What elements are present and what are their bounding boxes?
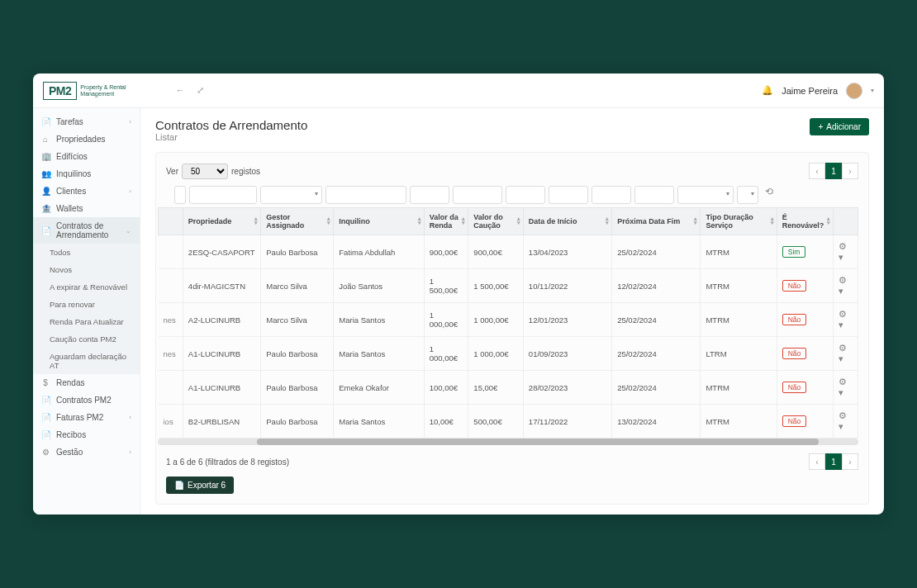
filter-tipo[interactable] [677, 186, 734, 204]
filter-gestor[interactable] [260, 186, 322, 204]
filter-renov[interactable] [737, 186, 758, 204]
cell: 17/11/2022 [523, 405, 611, 439]
nav-icon: 🏦 [41, 204, 50, 213]
avatar[interactable] [846, 83, 862, 99]
cell: 4dir-MAGICSTN [183, 269, 260, 303]
export-button[interactable]: 📄 Exportar 6 [166, 477, 234, 494]
cell[interactable]: ⚙ ▾ [833, 235, 858, 269]
sidebar-item-0[interactable]: 📄Tarefas› [33, 113, 140, 130]
cell [159, 269, 183, 303]
col-4[interactable]: Valor do Caução▴▾ [468, 208, 524, 235]
filter-propriedade[interactable] [189, 186, 257, 204]
table-row: nesA1-LUCINURBPaulo BarbosaMaria Santos1… [159, 337, 858, 371]
filter-inicio-to[interactable] [549, 186, 588, 204]
cell: 1 500,00€ [424, 269, 468, 303]
filter-renda[interactable] [410, 186, 449, 204]
sort-icon: ▴▾ [254, 217, 258, 225]
nav-icon: 👥 [41, 169, 50, 178]
sidebar-item-5[interactable]: 🏦Wallets [33, 200, 140, 217]
sidebar-item-11[interactable]: ⚙Gestão› [33, 443, 140, 461]
cell[interactable]: ⚙ ▾ [833, 269, 858, 303]
cell: 25/02/2024 [612, 235, 701, 269]
chevron-icon: › [129, 414, 131, 421]
user-caret-icon[interactable]: ▾ [871, 87, 874, 94]
sub-item-6[interactable]: Aguardam declaração AT [33, 348, 140, 374]
cell[interactable]: ⚙ ▾ [833, 337, 858, 371]
page-1[interactable]: 1 [825, 163, 842, 179]
sort-icon: ▴▾ [327, 217, 330, 225]
page-size-select[interactable]: 50 [182, 164, 228, 179]
sub-item-0[interactable]: Todos [33, 244, 140, 261]
sub-item-4[interactable]: Renda Para Atualizar [33, 313, 140, 330]
nav-label: Clientes [56, 187, 86, 196]
cell: 900,00€ [424, 235, 468, 269]
col-8[interactable]: É Renovável?▴▾ [777, 208, 833, 235]
controls-bottom: 1 a 6 de 6 (filtrados de 8 registos) ‹ 1… [166, 453, 858, 470]
col-1[interactable]: Gestor Assignado▴▾ [261, 208, 334, 235]
filter-fim-from[interactable] [592, 186, 631, 204]
cell: ios [159, 405, 183, 439]
sidebar: 📄Tarefas›⌂Propriedades🏢Edifícios👥Inquili… [33, 108, 140, 514]
user-name[interactable]: Jaime Pereira [782, 86, 838, 96]
cell: 500,00€ [468, 405, 524, 439]
filter-inquilino[interactable] [325, 186, 406, 204]
bell-icon[interactable]: 🔔 [762, 85, 773, 96]
col-6[interactable]: Próxima Data Fim▴▾ [612, 208, 701, 235]
nav-label: Recibos [56, 430, 86, 439]
col-2[interactable]: Inquilino▴▾ [334, 208, 424, 235]
row-actions[interactable]: ⚙ ▾ [839, 309, 847, 330]
cell: B2-URBLISAN [183, 405, 260, 439]
cell [159, 371, 183, 405]
sub-item-3[interactable]: Para renovar [33, 296, 140, 313]
col-actions [833, 208, 858, 235]
row-actions[interactable]: ⚙ ▾ [839, 410, 847, 431]
add-button[interactable]: + Adicionar [810, 118, 869, 135]
col-0[interactable]: Propriedade▴▾ [183, 208, 260, 235]
sort-icon: ▴▾ [606, 217, 609, 225]
nav-label: Wallets [56, 204, 83, 213]
renov-badge: Não [782, 382, 807, 393]
sidebar-item-10[interactable]: 📄Recibos [33, 426, 140, 443]
sidebar-item-9[interactable]: 📄Faturas PM2› [33, 409, 140, 426]
cell: Paulo Barbosa [261, 337, 334, 371]
col-3[interactable]: Valor da Renda▴▾ [424, 208, 468, 235]
sub-item-5[interactable]: Caução conta PM2 [33, 330, 140, 348]
col-5[interactable]: Data de Início▴▾ [523, 208, 611, 235]
row-actions[interactable]: ⚙ ▾ [839, 275, 847, 296]
expand-icon[interactable]: ⤢ [197, 85, 204, 96]
prev-page-b[interactable]: ‹ [809, 453, 825, 470]
sidebar-item-8[interactable]: 📄Contratos PM2 [33, 391, 140, 409]
cell: Paulo Barbosa [261, 235, 334, 269]
sidebar-item-6[interactable]: 📄Contratos de Arrendamento⌄ [33, 217, 140, 244]
filter-inicio-from[interactable] [506, 186, 545, 204]
cell[interactable]: ⚙ ▾ [833, 371, 858, 405]
page-1-b[interactable]: 1 [825, 453, 842, 470]
scrollbar-thumb[interactable] [257, 439, 819, 445]
back-icon[interactable]: ← [176, 85, 185, 96]
row-actions[interactable]: ⚙ ▾ [839, 241, 847, 262]
cell: nes [159, 303, 183, 337]
sidebar-item-7[interactable]: $Rendas [33, 374, 140, 391]
logo[interactable]: PM2 Property & Rental Management [43, 82, 126, 100]
sidebar-item-3[interactable]: 👥Inquilinos [33, 165, 140, 183]
sidebar-item-1[interactable]: ⌂Propriedades [33, 130, 140, 148]
row-actions[interactable]: ⚙ ▾ [839, 377, 847, 397]
sub-item-2[interactable]: A expirar & Renovável [33, 278, 140, 296]
next-page[interactable]: › [842, 163, 858, 179]
horizontal-scrollbar[interactable] [158, 439, 858, 445]
cell[interactable]: ⚙ ▾ [833, 405, 858, 439]
filter-caucao[interactable] [453, 186, 502, 204]
prev-page[interactable]: ‹ [809, 163, 825, 179]
sidebar-item-4[interactable]: 👤Clientes› [33, 183, 140, 200]
row-actions[interactable]: ⚙ ▾ [839, 343, 847, 363]
sidebar-item-2[interactable]: 🏢Edifícios [33, 148, 140, 165]
filter-fim-to[interactable] [634, 186, 674, 204]
sub-item-1[interactable]: Novos [33, 261, 140, 278]
col-7[interactable]: Tipo Duração Serviço▴▾ [701, 208, 777, 235]
cell: Paulo Barbosa [261, 371, 334, 405]
sort-icon: ▴▾ [462, 217, 465, 225]
next-page-b[interactable]: › [842, 453, 858, 470]
reset-filters-icon[interactable]: ⟲ [765, 186, 773, 204]
cell[interactable]: ⚙ ▾ [833, 303, 858, 337]
cell: 25/02/2024 [612, 337, 701, 371]
